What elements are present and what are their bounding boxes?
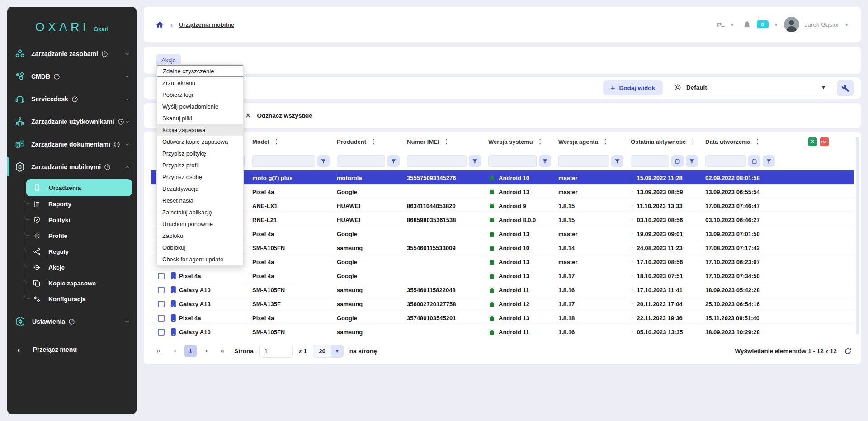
table-row[interactable]: SM-A105FNsamsung355460115533009Android 1… <box>151 241 854 255</box>
view-select[interactable]: Default ▼ <box>672 80 828 95</box>
close-icon[interactable]: ✕ <box>245 111 251 120</box>
column-menu-icon[interactable]: ⋮ <box>755 138 761 145</box>
table-row[interactable]: Pixel 4aPixel 4aGoogleAndroid 13master↑1… <box>151 255 854 269</box>
page-number-input[interactable] <box>259 345 293 358</box>
menu-item-wyslij-powiadomienie[interactable]: Wyślij powiadomienie <box>157 100 243 112</box>
language-selector[interactable]: PL <box>717 21 725 28</box>
table-row[interactable]: ✓moto g(7) plusmotorola355575093145276An… <box>151 170 854 184</box>
funnel-filter-button[interactable] <box>539 155 551 167</box>
menu-item-zainstaluj-aplikacje[interactable]: Zainstaluj aplikację <box>157 206 243 218</box>
chevron-down-icon[interactable]: ▼ <box>844 22 849 27</box>
menu-item-pobierz-logi[interactable]: Pobierz logi <box>157 89 243 100</box>
chevron-down-icon[interactable]: ▼ <box>774 22 778 27</box>
filter-input-produdent[interactable] <box>337 155 385 167</box>
sidebar-item-zarzadzanie-dokumentami[interactable]: Zarządzanie dokumentami <box>7 133 137 156</box>
menu-item-skanuj-pliki[interactable]: Skanuj pliki <box>157 112 243 124</box>
sidebar-item-zarzadzanie-uzytkownikami[interactable]: Zarządzanie użytkownikami <box>7 110 137 133</box>
table-row[interactable]: Pixel 4aGoogleAndroid 13master↑19.09.202… <box>151 227 854 241</box>
sidebar-item-reguly[interactable]: Reguły <box>26 244 132 260</box>
menu-item-zdalne-czyszczenie[interactable]: Zdalne czyszczenie <box>157 65 243 77</box>
filter-input-model[interactable] <box>252 155 315 167</box>
menu-item-reset-hasla[interactable]: Reset hasła <box>157 194 243 206</box>
filter-input-numer-imei[interactable] <box>407 155 467 167</box>
gauge-icon <box>113 141 120 148</box>
column-menu-icon[interactable]: ⋮ <box>537 138 543 145</box>
sidebar-item-zarzadzanie-zasobami[interactable]: Zarządzanie zasobami <box>7 43 137 65</box>
sidebar-item-konfiguracja[interactable]: Konfiguracja <box>26 291 132 307</box>
refresh-icon[interactable] <box>844 347 852 355</box>
menu-item-zablokuj[interactable]: Zablokuj <box>157 230 243 241</box>
home-icon[interactable] <box>156 20 164 29</box>
excel-export-icon[interactable]: X <box>808 137 817 146</box>
breadcrumb-link[interactable]: Urządzenia mobilne <box>179 21 234 28</box>
menu-item-check-for-agent-update[interactable]: Check for agent update <box>157 253 243 265</box>
next-page-button[interactable] <box>201 345 212 357</box>
funnel-filter-button[interactable] <box>611 155 623 167</box>
menu-item-przypisz-polityke[interactable]: Przypisz politykę <box>157 147 243 159</box>
row-checkbox[interactable] <box>158 329 165 336</box>
sidebar-item-servicedesk[interactable]: Servicedesk <box>7 88 137 110</box>
table-settings-button[interactable] <box>837 80 854 96</box>
funnel-filter-button[interactable] <box>317 155 330 167</box>
table-row[interactable]: Galaxy A10SM-A105FNsamsung35546011582204… <box>151 283 854 297</box>
menu-toggle[interactable]: ‹ Przełącz menu <box>7 345 137 354</box>
menu-item-uruchom-ponownie[interactable]: Uruchom ponownie <box>157 218 243 230</box>
sidebar-item-kopie-zapasowe[interactable]: Kopie zapasowe <box>26 275 132 291</box>
bell-icon[interactable] <box>743 20 751 29</box>
table-row[interactable]: Galaxy A10SM-A105FNsamsungAndroid 111.8.… <box>151 325 854 339</box>
column-menu-icon[interactable]: ⋮ <box>443 138 450 145</box>
sidebar-item-urzadzenia[interactable]: Urządzenia <box>26 179 132 196</box>
sidebar-item-zarzadzanie-mobilnymi[interactable]: Zarządzanie mobilnymi <box>7 156 137 178</box>
filter-input-data-utworzenia[interactable] <box>705 155 746 167</box>
table-row[interactable]: Pixel 4aPixel 4aGoogleAndroid 131.8.17↑1… <box>151 269 854 283</box>
last-page-button[interactable] <box>217 345 228 357</box>
sidebar-item-raporty[interactable]: Raporty <box>26 196 132 212</box>
menu-item-przypisz-profil[interactable]: Przypisz profil <box>157 159 243 171</box>
menu-item-odtworz-kopie-zapasowa[interactable]: Odtwórz kopię zapasową <box>157 136 243 147</box>
filter-input-wersja-agenta[interactable] <box>558 155 609 167</box>
funnel-filter-button[interactable] <box>469 155 481 167</box>
deselect-all-button[interactable]: Odznacz wszystkie <box>257 112 312 119</box>
sidebar-item-profile[interactable]: Profile <box>26 228 132 244</box>
avatar[interactable] <box>784 17 799 32</box>
column-menu-icon[interactable]: ⋮ <box>602 138 609 145</box>
row-checkbox[interactable] <box>158 273 165 279</box>
filter-input-ostatnia-aktywnosc[interactable] <box>631 155 669 167</box>
column-menu-icon[interactable]: ⋮ <box>274 138 280 145</box>
sidebar-item-cmdb[interactable]: CMDB <box>7 65 137 88</box>
table-row[interactable]: Pixel 4aPixel 4aGoogle357480103545201And… <box>151 311 854 325</box>
menu-item-kopia-zapasowa[interactable]: Kopia zapasowa <box>157 124 243 136</box>
table-row[interactable]: Pixel 4aGoogleAndroid 13master↑13.09.202… <box>151 184 854 199</box>
sidebar-item-polityki[interactable]: Polityki <box>26 212 132 228</box>
sidebar-item-akcje[interactable]: Akcje <box>26 260 132 275</box>
row-checkbox[interactable] <box>158 287 165 293</box>
user-name[interactable]: Jarek Gąsior <box>805 21 840 28</box>
table-row[interactable]: RNE-L21HUAWEI868598035361538Android 8.0.… <box>151 213 854 227</box>
funnel-filter-button[interactable] <box>686 155 698 167</box>
notification-badge[interactable]: 0 <box>757 20 769 28</box>
add-view-button[interactable]: + Dodaj widok <box>603 80 663 95</box>
table-row[interactable]: ANE-LX1HUAWEI863411044053820Android 91.8… <box>151 199 854 213</box>
funnel-filter-button[interactable] <box>387 155 400 167</box>
funnel-filter-button[interactable] <box>763 155 775 167</box>
pdf-export-icon[interactable]: PDF <box>820 137 829 146</box>
table-row[interactable]: Galaxy A13SM-A135Fsamsung356002720127758… <box>151 297 854 311</box>
menu-item-zrzut-ekranu[interactable]: Zrzut ekranu <box>157 77 243 89</box>
column-menu-icon[interactable]: ⋮ <box>370 138 377 145</box>
filter-input-wersja-systemu[interactable] <box>488 155 537 167</box>
calendar-filter-button[interactable] <box>748 155 760 167</box>
column-menu-icon[interactable]: ⋮ <box>690 138 696 145</box>
per-page-select[interactable]: 20 ▼ <box>313 345 344 358</box>
menu-item-przypisz-osobe[interactable]: Przypisz osobę <box>157 171 243 183</box>
row-checkbox[interactable] <box>158 315 165 322</box>
calendar-filter-button[interactable] <box>671 155 684 167</box>
menu-item-odblokuj[interactable]: Odblokuj <box>157 241 243 253</box>
row-checkbox[interactable] <box>158 301 165 307</box>
sidebar-item-ustawienia[interactable]: Ustawienia <box>7 310 137 333</box>
current-page-button[interactable]: 1 <box>184 345 197 357</box>
table-scrollbar[interactable] <box>856 137 859 334</box>
previous-page-button[interactable] <box>169 345 180 357</box>
first-page-button[interactable] <box>153 345 165 357</box>
filter-cell-produdent <box>337 155 407 167</box>
menu-item-dezaktywacja[interactable]: Dezaktywacja <box>157 183 243 194</box>
